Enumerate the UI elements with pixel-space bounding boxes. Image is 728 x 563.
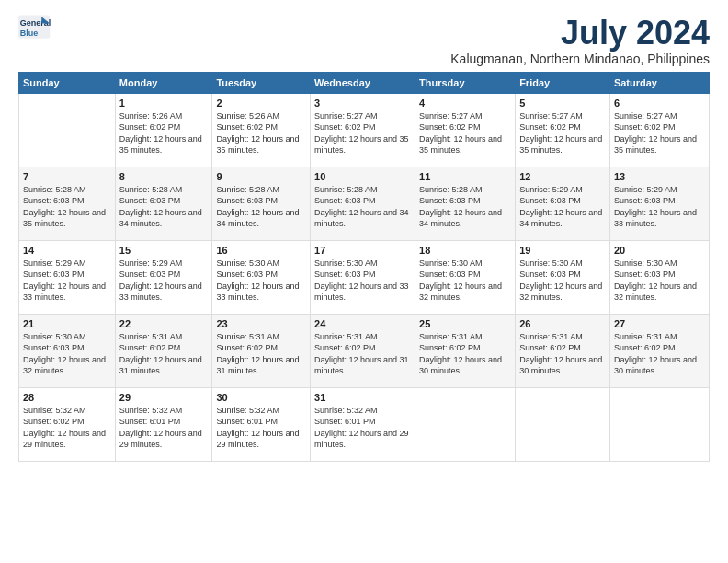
page: General Blue July 2024 Kalugmanan, North… xyxy=(0,0,728,471)
cell-info: Sunrise: 5:30 AMSunset: 6:03 PMDaylight:… xyxy=(419,258,511,304)
cell-info: Sunrise: 5:27 AMSunset: 6:02 PMDaylight:… xyxy=(519,110,606,156)
logo-icon: General Blue xyxy=(18,15,51,40)
table-row: 31 Sunrise: 5:32 AMSunset: 6:01 PMDaylig… xyxy=(311,387,415,461)
cell-info: Sunrise: 5:30 AMSunset: 6:03 PMDaylight:… xyxy=(614,258,705,304)
table-row: 18 Sunrise: 5:30 AMSunset: 6:03 PMDaylig… xyxy=(415,240,516,314)
cell-info: Sunrise: 5:26 AMSunset: 6:02 PMDaylight:… xyxy=(119,110,209,156)
table-row: 14 Sunrise: 5:29 AMSunset: 6:03 PMDaylig… xyxy=(19,240,116,314)
calendar-week-row: 28 Sunrise: 5:32 AMSunset: 6:02 PMDaylig… xyxy=(19,387,710,461)
cell-date: 23 xyxy=(216,318,306,329)
table-row: 16 Sunrise: 5:30 AMSunset: 6:03 PMDaylig… xyxy=(212,240,311,314)
col-tuesday: Tuesday xyxy=(212,72,311,93)
cell-date: 19 xyxy=(519,245,606,256)
col-sunday: Sunday xyxy=(19,72,116,93)
cell-date: 24 xyxy=(314,318,411,329)
cell-date: 18 xyxy=(419,245,511,256)
col-wednesday: Wednesday xyxy=(311,72,415,93)
table-row: 27 Sunrise: 5:31 AMSunset: 6:02 PMDaylig… xyxy=(609,314,709,387)
table-row: 29 Sunrise: 5:32 AMSunset: 6:01 PMDaylig… xyxy=(115,387,212,461)
cell-info: Sunrise: 5:28 AMSunset: 6:03 PMDaylight:… xyxy=(119,184,209,230)
calendar-header-row: Sunday Monday Tuesday Wednesday Thursday… xyxy=(19,72,710,93)
cell-date: 29 xyxy=(119,392,209,403)
svg-text:Blue: Blue xyxy=(20,29,39,38)
table-row: 15 Sunrise: 5:29 AMSunset: 6:03 PMDaylig… xyxy=(115,240,212,314)
cell-info: Sunrise: 5:29 AMSunset: 6:03 PMDaylight:… xyxy=(23,258,111,304)
table-row: 19 Sunrise: 5:30 AMSunset: 6:03 PMDaylig… xyxy=(516,240,610,314)
table-row: 20 Sunrise: 5:30 AMSunset: 6:03 PMDaylig… xyxy=(609,240,709,314)
cell-date: 2 xyxy=(216,98,306,109)
cell-date: 8 xyxy=(119,171,209,182)
cell-date: 12 xyxy=(519,171,606,182)
cell-date: 13 xyxy=(614,171,705,182)
cell-info: Sunrise: 5:28 AMSunset: 6:03 PMDaylight:… xyxy=(314,184,411,230)
cell-date: 6 xyxy=(614,98,705,109)
cell-date: 25 xyxy=(419,318,511,329)
cell-date: 28 xyxy=(23,392,111,403)
cell-date: 17 xyxy=(314,245,411,256)
cell-info: Sunrise: 5:32 AMSunset: 6:01 PMDaylight:… xyxy=(314,405,411,451)
table-row: 3 Sunrise: 5:27 AMSunset: 6:02 PMDayligh… xyxy=(311,93,415,167)
table-row: 28 Sunrise: 5:32 AMSunset: 6:02 PMDaylig… xyxy=(19,387,116,461)
cell-date: 7 xyxy=(23,171,111,182)
table-row: 1 Sunrise: 5:26 AMSunset: 6:02 PMDayligh… xyxy=(115,93,212,167)
cell-info: Sunrise: 5:31 AMSunset: 6:02 PMDaylight:… xyxy=(119,331,209,377)
cell-date: 20 xyxy=(614,245,705,256)
table-row: 26 Sunrise: 5:31 AMSunset: 6:02 PMDaylig… xyxy=(516,314,610,387)
cell-date: 5 xyxy=(519,98,606,109)
cell-info: Sunrise: 5:31 AMSunset: 6:02 PMDaylight:… xyxy=(216,331,306,377)
table-row: 2 Sunrise: 5:26 AMSunset: 6:02 PMDayligh… xyxy=(212,93,311,167)
table-row: 24 Sunrise: 5:31 AMSunset: 6:02 PMDaylig… xyxy=(311,314,415,387)
cell-info: Sunrise: 5:26 AMSunset: 6:02 PMDaylight:… xyxy=(216,110,306,156)
table-row: 5 Sunrise: 5:27 AMSunset: 6:02 PMDayligh… xyxy=(516,93,610,167)
cell-date: 31 xyxy=(314,392,411,403)
table-row: 13 Sunrise: 5:29 AMSunset: 6:03 PMDaylig… xyxy=(609,167,709,240)
calendar-week-row: 14 Sunrise: 5:29 AMSunset: 6:03 PMDaylig… xyxy=(19,240,710,314)
cell-info: Sunrise: 5:31 AMSunset: 6:02 PMDaylight:… xyxy=(314,331,411,377)
title-area: July 2024 Kalugmanan, Northern Mindanao,… xyxy=(450,15,710,66)
location-title: Kalugmanan, Northern Mindanao, Philippin… xyxy=(450,52,710,66)
calendar-week-row: 1 Sunrise: 5:26 AMSunset: 6:02 PMDayligh… xyxy=(19,93,710,167)
table-row: 30 Sunrise: 5:32 AMSunset: 6:01 PMDaylig… xyxy=(212,387,311,461)
table-row: 11 Sunrise: 5:28 AMSunset: 6:03 PMDaylig… xyxy=(415,167,516,240)
calendar-week-row: 7 Sunrise: 5:28 AMSunset: 6:03 PMDayligh… xyxy=(19,167,710,240)
table-row xyxy=(516,387,610,461)
header: General Blue July 2024 Kalugmanan, North… xyxy=(18,15,710,66)
cell-info: Sunrise: 5:29 AMSunset: 6:03 PMDaylight:… xyxy=(614,184,705,230)
cell-info: Sunrise: 5:30 AMSunset: 6:03 PMDaylight:… xyxy=(519,258,606,304)
cell-info: Sunrise: 5:31 AMSunset: 6:02 PMDaylight:… xyxy=(419,331,511,377)
cell-info: Sunrise: 5:31 AMSunset: 6:02 PMDaylight:… xyxy=(614,331,705,377)
table-row: 4 Sunrise: 5:27 AMSunset: 6:02 PMDayligh… xyxy=(415,93,516,167)
table-row: 21 Sunrise: 5:30 AMSunset: 6:03 PMDaylig… xyxy=(19,314,116,387)
table-row: 22 Sunrise: 5:31 AMSunset: 6:02 PMDaylig… xyxy=(115,314,212,387)
cell-date: 3 xyxy=(314,98,411,109)
cell-date: 21 xyxy=(23,318,111,329)
cell-date: 4 xyxy=(419,98,511,109)
cell-info: Sunrise: 5:29 AMSunset: 6:03 PMDaylight:… xyxy=(519,184,606,230)
cell-date: 1 xyxy=(119,98,209,109)
calendar-table: Sunday Monday Tuesday Wednesday Thursday… xyxy=(18,72,710,462)
cell-info: Sunrise: 5:27 AMSunset: 6:02 PMDaylight:… xyxy=(614,110,705,156)
cell-info: Sunrise: 5:32 AMSunset: 6:01 PMDaylight:… xyxy=(119,405,209,451)
cell-info: Sunrise: 5:32 AMSunset: 6:02 PMDaylight:… xyxy=(23,405,111,451)
table-row: 10 Sunrise: 5:28 AMSunset: 6:03 PMDaylig… xyxy=(311,167,415,240)
col-saturday: Saturday xyxy=(609,72,709,93)
table-row: 9 Sunrise: 5:28 AMSunset: 6:03 PMDayligh… xyxy=(212,167,311,240)
col-friday: Friday xyxy=(516,72,610,93)
col-thursday: Thursday xyxy=(415,72,516,93)
cell-info: Sunrise: 5:29 AMSunset: 6:03 PMDaylight:… xyxy=(119,258,209,304)
table-row xyxy=(19,93,116,167)
table-row: 8 Sunrise: 5:28 AMSunset: 6:03 PMDayligh… xyxy=(115,167,212,240)
col-monday: Monday xyxy=(115,72,212,93)
cell-date: 9 xyxy=(216,171,306,182)
cell-date: 11 xyxy=(419,171,511,182)
cell-date: 14 xyxy=(23,245,111,256)
cell-info: Sunrise: 5:32 AMSunset: 6:01 PMDaylight:… xyxy=(216,405,306,451)
table-row: 17 Sunrise: 5:30 AMSunset: 6:03 PMDaylig… xyxy=(311,240,415,314)
cell-info: Sunrise: 5:30 AMSunset: 6:03 PMDaylight:… xyxy=(314,258,411,304)
cell-date: 27 xyxy=(614,318,705,329)
table-row xyxy=(415,387,516,461)
table-row: 23 Sunrise: 5:31 AMSunset: 6:02 PMDaylig… xyxy=(212,314,311,387)
table-row: 7 Sunrise: 5:28 AMSunset: 6:03 PMDayligh… xyxy=(19,167,116,240)
cell-info: Sunrise: 5:28 AMSunset: 6:03 PMDaylight:… xyxy=(216,184,306,230)
cell-date: 16 xyxy=(216,245,306,256)
